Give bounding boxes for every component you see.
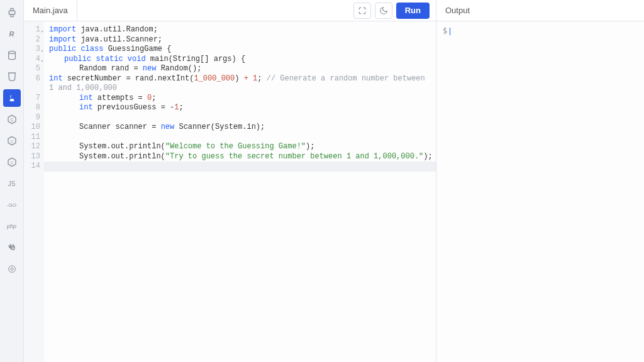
svg-text:C: C [10,140,13,143]
c-icon[interactable]: C [3,111,21,128]
line-number: 8 [24,103,40,113]
svg-point-8 [11,268,13,270]
line-number: 10 [24,123,40,133]
fullscreen-button[interactable] [353,3,371,19]
line-number: 12 [24,142,40,152]
line-number: 9 [24,113,40,123]
html-icon[interactable] [3,68,21,85]
svg-point-0 [8,51,15,53]
line-number: 2 [24,35,40,45]
code-body[interactable]: import java.util.Random; import java.uti… [44,21,436,362]
python-icon[interactable] [3,4,21,21]
line-number: 13 [24,152,40,162]
svg-text:C: C [10,118,13,122]
sql-icon[interactable] [3,47,21,64]
app-root: R C C C JS -GO php Main.java [0,0,644,362]
file-tab[interactable]: Main.java [24,0,77,21]
line-number: 4 [24,55,40,65]
terminal-cursor [450,28,450,35]
rust-icon[interactable] [3,260,21,278]
output-header: Output [436,0,644,21]
editor-header: Main.java Run [24,0,436,21]
java-icon[interactable] [3,89,21,107]
line-number: 6 [24,74,40,94]
line-number: 3 [24,45,40,55]
line-number: 14 [24,162,40,172]
terminal-prompt: $ [443,26,447,35]
line-gutter: 1 2 3 4 5 6 7 8 9 10 11 12 13 14 [24,21,44,362]
current-line[interactable] [44,162,436,172]
csharp-icon[interactable]: C [3,153,21,171]
line-number: 11 [24,133,40,143]
line-number: 5 [24,64,40,74]
language-sidebar: R C C C JS -GO php [0,0,24,362]
editor-column: Main.java Run 1 2 3 4 5 6 7 [24,0,436,362]
svg-point-7 [8,266,15,273]
r-icon[interactable]: R [3,25,21,43]
line-number: 7 [24,94,40,104]
go-icon[interactable]: -GO [3,196,21,214]
code-editor[interactable]: 1 2 3 4 5 6 7 8 9 10 11 12 13 14 import … [24,21,436,362]
cpp-icon[interactable]: C [3,132,21,150]
line-number: 1 [24,25,40,35]
php-icon[interactable]: php [3,217,21,235]
run-button[interactable]: Run [396,3,430,19]
output-terminal[interactable]: $ [436,21,644,362]
js-icon[interactable]: JS [3,175,21,192]
theme-toggle-button[interactable] [375,3,392,19]
swift-icon[interactable] [3,239,21,256]
main-area: Main.java Run 1 2 3 4 5 6 7 [24,0,644,362]
output-column: Output $ [436,0,644,362]
svg-text:C: C [10,161,13,165]
